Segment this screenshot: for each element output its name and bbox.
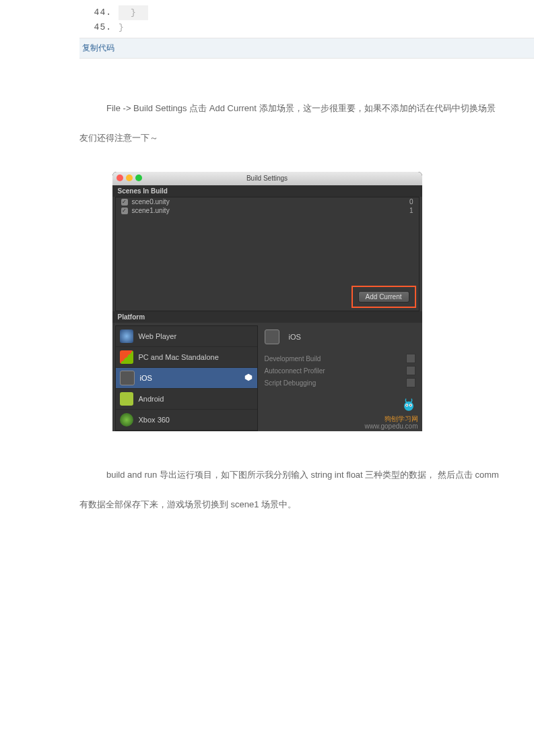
document-page: 44. } 45. } 复制代码 File -> Build Settings … xyxy=(0,0,534,519)
option-script-debug: Script Debugging xyxy=(265,378,415,387)
scene-name: scene1.unity xyxy=(132,207,170,214)
paragraph-text: File -> Build Settings 点击 Add Current 添加… xyxy=(106,103,496,113)
checkbox[interactable] xyxy=(406,366,415,375)
paragraph: File -> Build Settings 点击 Add Current 添加… xyxy=(79,94,534,123)
platform-options: iOS Development Build Autoconnect Profil… xyxy=(258,325,422,431)
traffic-lights xyxy=(116,175,142,181)
ios-icon xyxy=(265,329,279,344)
xbox-icon xyxy=(120,413,133,427)
code-text: } xyxy=(119,20,124,35)
scene-row[interactable]: ✓ scene0.unity 0 xyxy=(116,197,419,206)
checkbox-icon[interactable]: ✓ xyxy=(121,208,128,214)
paragraph-text: build and run 导出运行项目，如下图所示我分别输入 string i… xyxy=(106,470,499,480)
platform-label-text: Android xyxy=(139,395,164,403)
platform-xbox[interactable]: Xbox 360 xyxy=(116,410,257,431)
platform-pc-mac[interactable]: PC and Mac Standalone xyxy=(116,347,257,368)
code-text: } xyxy=(119,5,148,20)
scenes-list: ✓ scene0.unity 0 ✓ scene1.unity 1 Add Cu… xyxy=(115,197,420,311)
ios-icon xyxy=(120,371,135,385)
platform-label-text: iOS xyxy=(140,374,152,382)
code-block: 44. } 45. } 复制代码 xyxy=(79,0,534,59)
close-icon[interactable] xyxy=(116,175,123,181)
option-label: Script Debugging xyxy=(265,379,316,387)
option-label: Autoconnect Profiler xyxy=(265,367,325,375)
option-dev-build: Development Build xyxy=(265,354,415,363)
scene-row[interactable]: ✓ scene1.unity 1 xyxy=(116,206,419,215)
option-label: Development Build xyxy=(265,355,321,363)
svg-point-4 xyxy=(406,405,407,406)
unity-icon xyxy=(244,373,253,383)
window-titlebar: Build Settings xyxy=(112,172,422,185)
svg-point-5 xyxy=(409,405,411,406)
scenes-in-build-label: Scenes In Build xyxy=(112,185,422,197)
add-current-highlight: Add Current xyxy=(352,286,416,308)
watermark-line1: 狗刨学习网 xyxy=(385,415,418,422)
platform-list: Web Player PC and Mac Standalone iOS xyxy=(115,325,258,431)
code-line: 45. } xyxy=(79,20,534,35)
platform-label-text: PC and Mac Standalone xyxy=(139,353,219,361)
copy-code-link[interactable]: 复制代码 xyxy=(82,43,114,53)
build-settings-window: Build Settings Scenes In Build ✓ scene0.… xyxy=(112,172,422,431)
checkbox[interactable] xyxy=(406,378,415,387)
ios-header: iOS xyxy=(265,329,415,344)
platform-label: Platform xyxy=(112,311,422,323)
paragraph: build and run 导出运行项目，如下图所示我分别输入 string i… xyxy=(79,460,534,490)
pc-mac-icon xyxy=(120,350,133,364)
robot-icon xyxy=(399,395,418,414)
platform-android[interactable]: Android xyxy=(116,389,257,410)
scene-name: scene0.unity xyxy=(132,198,170,206)
checkbox-icon[interactable]: ✓ xyxy=(121,199,128,206)
paragraph-text: 有数据全部保存下来，游戏场景切换到 scene1 场景中。 xyxy=(79,499,296,509)
checkbox[interactable] xyxy=(406,354,415,363)
web-player-icon xyxy=(120,329,133,343)
line-number: 45. xyxy=(79,20,119,35)
svg-point-1 xyxy=(404,402,413,411)
platform-label-text: Web Player xyxy=(139,332,177,340)
add-current-button[interactable]: Add Current xyxy=(358,291,409,303)
paragraph-text: 友们还得注意一下～ xyxy=(79,133,158,143)
minimize-icon[interactable] xyxy=(126,175,133,181)
platform-ios[interactable]: iOS xyxy=(116,368,257,389)
scene-index: 1 xyxy=(409,207,413,214)
platform-label-text: Xbox 360 xyxy=(139,416,170,424)
copy-bar: 复制代码 xyxy=(79,38,534,58)
code-lines: 44. } 45. } xyxy=(79,0,534,38)
ios-header-text: iOS xyxy=(289,333,301,341)
paragraph: 有数据全部保存下来，游戏场景切换到 scene1 场景中。 xyxy=(79,490,534,519)
window-title: Build Settings xyxy=(246,175,288,182)
watermark-line2: www.gopedu.com xyxy=(365,422,418,430)
watermark: 狗刨学习网 www.gopedu.com xyxy=(365,395,418,430)
svg-marker-0 xyxy=(244,374,252,381)
platform-area: Web Player PC and Mac Standalone iOS xyxy=(112,325,422,431)
platform-web-player[interactable]: Web Player xyxy=(116,326,257,347)
scene-index: 0 xyxy=(409,198,413,206)
code-line: 44. } xyxy=(79,5,534,20)
paragraph: 友们还得注意一下～ xyxy=(79,123,534,153)
zoom-icon[interactable] xyxy=(135,175,142,181)
option-autoconnect: Autoconnect Profiler xyxy=(265,366,415,375)
android-icon xyxy=(120,392,133,406)
line-number: 44. xyxy=(79,5,119,20)
screenshot-wrapper: Build Settings Scenes In Build ✓ scene0.… xyxy=(0,172,534,433)
